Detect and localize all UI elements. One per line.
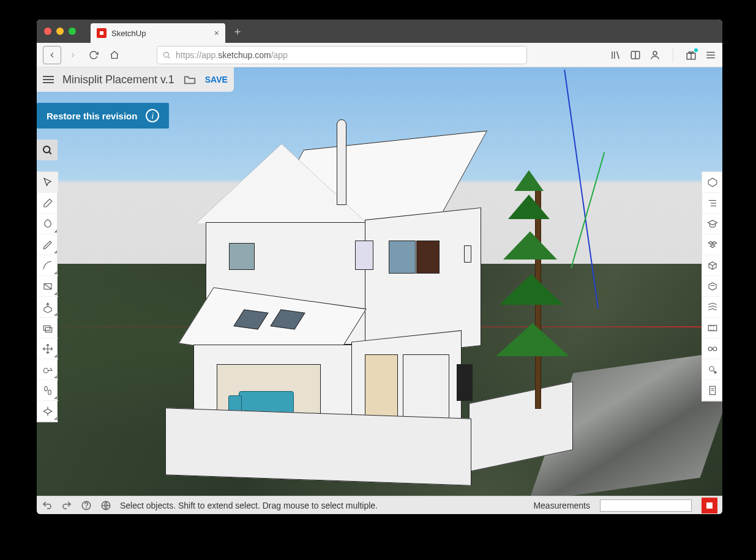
status-hint: Select objects. Shift to extend select. … — [120, 501, 378, 510]
svg-point-21 — [48, 390, 51, 395]
tool-arc[interactable] — [37, 255, 58, 276]
menu-button[interactable] — [43, 76, 54, 83]
svg-line-4 — [617, 51, 619, 59]
window — [464, 245, 471, 263]
window — [355, 241, 373, 270]
svg-point-7 — [653, 51, 657, 55]
panel-display[interactable] — [702, 338, 722, 359]
new-tab-button[interactable]: ＋ — [229, 23, 246, 40]
search-icon — [162, 51, 171, 59]
svg-line-1 — [168, 56, 170, 58]
browser-tab[interactable]: SketchUp × — [91, 23, 225, 43]
svg-rect-17 — [43, 326, 50, 330]
tab-strip: SketchUp × ＋ — [37, 20, 722, 43]
search-button[interactable] — [37, 140, 58, 160]
panel-instructor[interactable] — [702, 214, 722, 234]
address-bar[interactable]: https://app.sketchup.com/app — [157, 46, 527, 64]
viewport-3d[interactable] — [37, 67, 722, 514]
help-button[interactable] — [81, 500, 94, 511]
panel-tags[interactable] — [702, 297, 722, 318]
library-icon[interactable] — [610, 50, 621, 61]
svg-point-32 — [709, 366, 714, 371]
tool-pencil[interactable] — [37, 234, 58, 255]
tool-rectangle[interactable] — [37, 276, 58, 297]
panel-scenes[interactable] — [702, 318, 722, 338]
window — [389, 241, 416, 274]
geo-location-button[interactable] — [100, 500, 114, 511]
chimney — [337, 119, 346, 205]
svg-point-29 — [708, 347, 712, 351]
svg-line-16 — [44, 283, 51, 289]
tool-paint[interactable] — [37, 214, 58, 234]
right-toolbar — [702, 171, 722, 401]
whatsnew-icon[interactable] — [686, 50, 697, 61]
redo-button[interactable] — [61, 500, 75, 511]
panel-materials[interactable] — [702, 255, 722, 276]
document-title: Minisplit Placement v.1 — [62, 73, 174, 86]
svg-rect-28 — [708, 325, 717, 330]
url-text: https://app.sketchup.com/app — [176, 50, 288, 60]
browser-toolbar: https://app.sketchup.com/app — [37, 43, 722, 67]
sketchup-app: Minisplit Placement v.1 SAVE Restore thi… — [37, 67, 722, 514]
info-icon[interactable]: i — [146, 109, 159, 122]
sketchup-logo-icon[interactable] — [702, 498, 717, 513]
back-button[interactable] — [43, 46, 61, 64]
svg-line-14 — [49, 152, 51, 154]
panel-shadows[interactable] — [702, 359, 722, 380]
browser-window: SketchUp × ＋ https://app.sketchup.com/ap… — [37, 20, 722, 514]
restore-revision-label: Restore this revision — [47, 111, 137, 121]
menu-icon[interactable] — [705, 50, 716, 61]
fence-wall — [165, 408, 471, 485]
reader-icon[interactable] — [630, 50, 641, 61]
svg-point-20 — [45, 386, 48, 391]
measurements-label: Measurements — [533, 501, 590, 510]
measurements-input[interactable] — [600, 499, 692, 512]
tab-title: SketchUp — [111, 29, 146, 38]
hvac-unit — [457, 364, 473, 401]
svg-point-38 — [86, 507, 87, 508]
window-controls — [44, 28, 76, 35]
tool-walk[interactable] — [37, 380, 58, 401]
tool-select[interactable] — [37, 172, 58, 193]
svg-point-19 — [43, 368, 48, 373]
maximize-window-button[interactable] — [69, 28, 76, 35]
model-tree — [496, 164, 582, 409]
undo-button[interactable] — [42, 500, 55, 511]
close-tab-icon[interactable]: × — [214, 28, 219, 38]
svg-point-13 — [43, 146, 50, 153]
svg-rect-18 — [45, 327, 52, 332]
window — [229, 243, 255, 270]
svg-line-26 — [713, 264, 716, 266]
restore-revision-banner[interactable]: Restore this revision i — [37, 103, 169, 129]
close-window-button[interactable] — [44, 28, 51, 35]
tool-move[interactable] — [37, 338, 58, 359]
account-icon[interactable] — [649, 50, 661, 61]
svg-point-30 — [713, 347, 717, 351]
tool-tape[interactable] — [37, 359, 58, 380]
reload-button[interactable] — [84, 46, 103, 64]
left-toolbar — [37, 171, 58, 422]
svg-point-0 — [163, 52, 168, 57]
svg-line-25 — [709, 264, 713, 266]
save-button[interactable]: SAVE — [205, 75, 228, 84]
tool-eraser[interactable] — [37, 193, 58, 214]
panel-model-info[interactable] — [702, 380, 722, 401]
model-house — [171, 125, 490, 468]
shutter — [416, 241, 440, 274]
status-bar: Select objects. Shift to extend select. … — [37, 496, 722, 514]
panel-components[interactable] — [702, 234, 722, 255]
browser-toolbar-icons — [610, 48, 716, 62]
tool-pushpull[interactable] — [37, 297, 58, 318]
panel-styles[interactable] — [702, 276, 722, 297]
tool-offset[interactable] — [37, 318, 58, 338]
home-button[interactable] — [105, 46, 124, 64]
forward-button[interactable] — [64, 46, 82, 64]
tab-favicon — [97, 28, 107, 38]
minimize-window-button[interactable] — [56, 28, 64, 35]
folder-icon[interactable] — [183, 73, 196, 86]
panel-entity-info[interactable] — [702, 172, 722, 193]
tool-section[interactable] — [37, 401, 58, 422]
document-header: Minisplit Placement v.1 SAVE — [37, 67, 234, 92]
panel-outliner[interactable] — [702, 193, 722, 214]
